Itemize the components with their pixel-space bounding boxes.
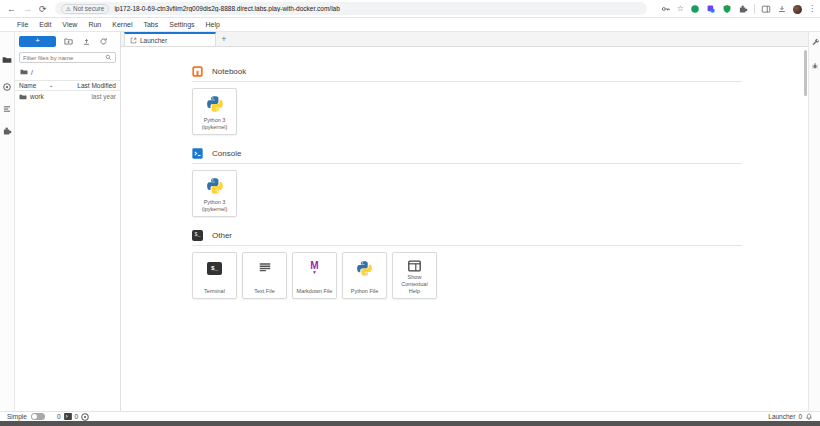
search-icon bbox=[105, 54, 112, 61]
console-icon bbox=[192, 148, 203, 159]
bell-icon[interactable] bbox=[805, 413, 813, 421]
section-title-console: Console bbox=[212, 149, 241, 158]
filter-files-input[interactable] bbox=[23, 55, 105, 61]
menu-help[interactable]: Help bbox=[206, 21, 220, 28]
card-notebook-python3[interactable]: Python 3 (ipykernel) bbox=[192, 88, 237, 135]
menu-run[interactable]: Run bbox=[88, 21, 101, 28]
markdown-icon: M ▼ bbox=[310, 261, 318, 275]
vertical-scrollbar[interactable] bbox=[804, 50, 807, 96]
card-python-file[interactable]: Python File bbox=[342, 252, 387, 299]
notifications-count: 0 bbox=[798, 413, 802, 420]
menu-settings[interactable]: Settings bbox=[169, 21, 194, 28]
table-of-contents-icon[interactable] bbox=[2, 104, 12, 114]
file-list-header: Name ▲ Last Modified bbox=[15, 80, 120, 91]
browser-toolbar: ← → ⟳ ⚠ Not secure ip172-18-0-69-ctn3vfi… bbox=[0, 0, 820, 18]
home-folder-icon[interactable] bbox=[20, 68, 28, 76]
card-label: Python 3 (ipykernel) bbox=[202, 199, 228, 213]
security-chip[interactable]: ⚠ Not secure bbox=[61, 4, 110, 14]
file-browser-icon[interactable] bbox=[2, 55, 12, 65]
jupyterlab-menubar: File Edit View Run Kernel Tabs Settings … bbox=[0, 18, 820, 32]
profile-avatar[interactable] bbox=[793, 5, 802, 14]
extension-purple-icon[interactable] bbox=[706, 4, 716, 14]
card-label: Show Contextual Help bbox=[394, 274, 435, 295]
browser-actions: ☆ ⋮ bbox=[661, 0, 816, 18]
card-label: Markdown File bbox=[297, 288, 333, 295]
section-separator bbox=[192, 163, 742, 164]
bottom-edge-strip bbox=[0, 421, 820, 426]
extension-manager-icon[interactable] bbox=[2, 126, 12, 136]
card-label: Python 3 (ipykernel) bbox=[202, 117, 228, 131]
running-kernels-icon[interactable] bbox=[2, 82, 12, 92]
column-name[interactable]: Name bbox=[19, 82, 36, 89]
shield-icon[interactable] bbox=[722, 4, 732, 14]
contextual-help-icon bbox=[407, 258, 422, 274]
reload-icon[interactable]: ⟳ bbox=[39, 0, 47, 18]
downloads-icon[interactable] bbox=[777, 4, 787, 14]
menu-file[interactable]: File bbox=[17, 21, 28, 28]
address-bar[interactable]: ⚠ Not secure ip172-18-0-69-ctn3vfiim2rg0… bbox=[55, 2, 647, 15]
forward-icon[interactable]: → bbox=[23, 0, 32, 18]
folder-icon bbox=[19, 93, 27, 101]
section-console: Console Python 3 (ipykernel) bbox=[192, 147, 742, 217]
card-terminal[interactable]: $_ Terminal bbox=[192, 252, 237, 299]
simple-mode-toggle[interactable] bbox=[31, 413, 45, 420]
menu-tabs[interactable]: Tabs bbox=[143, 21, 158, 28]
extensions-puzzle-icon[interactable] bbox=[738, 4, 748, 14]
context-label: Launcher bbox=[768, 413, 795, 420]
python-logo-icon bbox=[357, 258, 372, 278]
browser-menu-icon[interactable]: ⋮ bbox=[808, 5, 816, 13]
python-logo-icon bbox=[207, 176, 223, 196]
card-contextual-help[interactable]: Show Contextual Help bbox=[392, 252, 437, 299]
section-notebook: Notebook Python 3 (ipykernel) bbox=[192, 65, 742, 135]
card-console-python3[interactable]: Python 3 (ipykernel) bbox=[192, 170, 237, 217]
simple-mode-label: Simple bbox=[7, 413, 27, 420]
back-icon[interactable]: ← bbox=[7, 0, 16, 18]
extension-green-icon[interactable] bbox=[690, 4, 700, 14]
kernel-status-icon[interactable] bbox=[81, 413, 89, 421]
breadcrumb: / bbox=[15, 68, 120, 76]
section-separator bbox=[192, 81, 742, 82]
filter-files-box[interactable] bbox=[19, 52, 116, 63]
debugger-bug-icon[interactable] bbox=[811, 62, 819, 70]
warning-icon: ⚠ bbox=[66, 6, 71, 12]
property-inspector-wrench-icon[interactable] bbox=[811, 38, 819, 46]
column-last-modified[interactable]: Last Modified bbox=[77, 82, 116, 89]
kernels-count: 0 bbox=[75, 413, 79, 420]
new-folder-icon[interactable] bbox=[64, 37, 73, 46]
text-file-icon bbox=[258, 258, 272, 278]
card-markdown-file[interactable]: M ▼ Markdown File bbox=[292, 252, 337, 299]
menu-kernel[interactable]: Kernel bbox=[112, 21, 132, 28]
terminals-count: 0 bbox=[57, 413, 61, 420]
refresh-icon[interactable] bbox=[99, 37, 108, 46]
new-launcher-button[interactable]: + bbox=[19, 36, 56, 47]
new-tab-button[interactable]: + bbox=[216, 32, 232, 46]
section-separator bbox=[192, 245, 742, 246]
terminal-section-icon: $_ bbox=[192, 230, 203, 241]
security-label: Not secure bbox=[73, 5, 104, 12]
main-dock-panel: Launcher + Notebook Python 3 (ipykernel bbox=[120, 32, 808, 411]
breadcrumb-root[interactable]: / bbox=[31, 69, 33, 76]
menu-view[interactable]: View bbox=[62, 21, 77, 28]
launcher-tab-icon bbox=[130, 37, 137, 44]
right-sidebar bbox=[808, 32, 820, 411]
launcher-panel: Notebook Python 3 (ipykernel) Console bbox=[121, 48, 808, 411]
url-text[interactable]: ip172-18-0-69-ctn3vfiim2rg009dis2g-8888.… bbox=[114, 5, 339, 12]
menu-edit[interactable]: Edit bbox=[39, 21, 51, 28]
tab-launcher-label: Launcher bbox=[140, 37, 167, 44]
bookmark-star-icon[interactable]: ☆ bbox=[677, 5, 684, 13]
terminal-status-icon[interactable] bbox=[64, 413, 72, 420]
section-title-notebook: Notebook bbox=[212, 67, 246, 76]
toolbar-divider bbox=[754, 4, 755, 14]
notebook-icon bbox=[192, 66, 203, 77]
tab-launcher[interactable]: Launcher bbox=[124, 32, 216, 46]
side-panel-icon[interactable] bbox=[761, 4, 771, 14]
file-row-work[interactable]: work last year bbox=[15, 91, 120, 102]
terminal-icon: $_ bbox=[207, 262, 222, 275]
card-text-file[interactable]: Text File bbox=[242, 252, 287, 299]
file-browser-toolbar: + bbox=[15, 35, 120, 48]
password-key-icon[interactable] bbox=[661, 4, 671, 14]
upload-icon[interactable] bbox=[82, 37, 91, 46]
section-title-other: Other bbox=[212, 231, 232, 240]
card-label: Terminal bbox=[204, 288, 225, 295]
left-activity-bar bbox=[0, 32, 15, 411]
